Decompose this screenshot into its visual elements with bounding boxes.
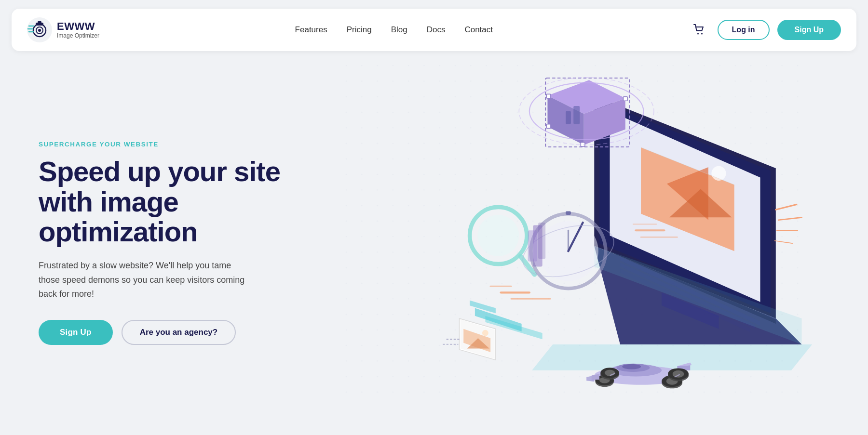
svg-rect-92 bbox=[528, 230, 537, 262]
cart-button[interactable] bbox=[689, 19, 710, 40]
hero-illustration bbox=[289, 79, 829, 407]
hero-section: SUPERCHARGE YOUR WEBSITE Speed up your s… bbox=[0, 60, 868, 407]
login-button[interactable]: Log in bbox=[718, 20, 770, 40]
svg-point-71 bbox=[622, 364, 641, 369]
hero-signup-button[interactable]: Sign Up bbox=[39, 320, 113, 345]
svg-point-3 bbox=[38, 29, 41, 32]
logo-text: EWWW Image Optimizer bbox=[57, 21, 99, 39]
navbar: EWWW Image Optimizer Features Pricing Bl… bbox=[12, 9, 856, 51]
svg-point-65 bbox=[482, 330, 488, 336]
logo-icon bbox=[27, 17, 52, 42]
svg-rect-94 bbox=[573, 106, 580, 124]
nav-pricing[interactable]: Pricing bbox=[347, 25, 372, 35]
nav-signup-button[interactable]: Sign Up bbox=[777, 20, 841, 40]
nav-actions: Log in Sign Up bbox=[689, 19, 841, 40]
logo-title: EWWW bbox=[57, 21, 99, 32]
svg-point-44 bbox=[477, 215, 519, 256]
hero-eyebrow: SUPERCHARGE YOUR WEBSITE bbox=[39, 141, 289, 148]
hero-buttons: Sign Up Are you an agency? bbox=[39, 320, 289, 345]
cart-icon bbox=[693, 24, 705, 36]
svg-point-9 bbox=[697, 33, 699, 35]
nav-contact[interactable]: Contact bbox=[464, 25, 493, 35]
svg-rect-8 bbox=[38, 21, 41, 24]
svg-rect-39 bbox=[581, 142, 585, 146]
svg-rect-38 bbox=[546, 124, 551, 129]
nav-links: Features Pricing Blog Docs Contact bbox=[295, 25, 493, 35]
svg-rect-37 bbox=[624, 97, 628, 101]
svg-rect-50 bbox=[566, 211, 571, 215]
svg-rect-36 bbox=[546, 94, 551, 98]
svg-marker-31 bbox=[532, 344, 812, 370]
logo-subtitle: Image Optimizer bbox=[57, 33, 99, 39]
hero-content: SUPERCHARGE YOUR WEBSITE Speed up your s… bbox=[39, 141, 289, 345]
nav-blog[interactable]: Blog bbox=[391, 25, 407, 35]
nav-features[interactable]: Features bbox=[295, 25, 327, 35]
hero-headline: Speed up your site with image optimizati… bbox=[39, 157, 289, 247]
nav-docs[interactable]: Docs bbox=[427, 25, 446, 35]
svg-rect-95 bbox=[566, 111, 571, 124]
svg-point-87 bbox=[673, 370, 684, 378]
hero-svg bbox=[289, 65, 868, 407]
hero-subtext: Frustrated by a slow website? We'll help… bbox=[39, 259, 251, 302]
svg-point-10 bbox=[701, 33, 703, 35]
svg-rect-93 bbox=[538, 223, 545, 259]
hero-agency-button[interactable]: Are you an agency? bbox=[122, 320, 236, 345]
logo[interactable]: EWWW Image Optimizer bbox=[27, 17, 99, 42]
